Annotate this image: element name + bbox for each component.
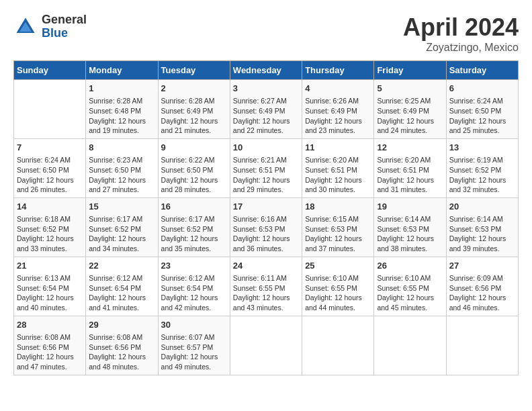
day-number: 10 xyxy=(233,142,299,154)
calendar-cell: 29Sunrise: 6:08 AM Sunset: 6:56 PM Dayli… xyxy=(86,316,158,375)
calendar-cell: 4Sunrise: 6:26 AM Sunset: 6:49 PM Daylig… xyxy=(302,80,374,139)
day-info: Sunrise: 6:19 AM Sunset: 6:52 PM Dayligh… xyxy=(449,155,515,195)
calendar-week-4: 21Sunrise: 6:13 AM Sunset: 6:54 PM Dayli… xyxy=(14,257,519,316)
calendar-cell: 1Sunrise: 6:28 AM Sunset: 6:48 PM Daylig… xyxy=(86,80,158,139)
day-info: Sunrise: 6:10 AM Sunset: 6:55 PM Dayligh… xyxy=(305,273,371,313)
logo: General Blue xyxy=(13,13,87,40)
day-number: 3 xyxy=(233,83,299,95)
day-info: Sunrise: 6:10 AM Sunset: 6:55 PM Dayligh… xyxy=(377,273,443,313)
calendar-cell xyxy=(230,316,302,375)
header-friday: Friday xyxy=(374,61,446,80)
calendar-cell: 18Sunrise: 6:15 AM Sunset: 6:53 PM Dayli… xyxy=(302,197,374,257)
day-number: 12 xyxy=(377,142,443,154)
location-subtitle: Zoyatzingo, Mexico xyxy=(403,42,519,54)
day-info: Sunrise: 6:15 AM Sunset: 6:53 PM Dayligh… xyxy=(305,214,371,254)
day-number: 4 xyxy=(305,83,371,95)
calendar-cell xyxy=(446,316,518,375)
day-number: 26 xyxy=(377,260,443,272)
day-info: Sunrise: 6:08 AM Sunset: 6:56 PM Dayligh… xyxy=(89,332,154,372)
day-info: Sunrise: 6:20 AM Sunset: 6:51 PM Dayligh… xyxy=(377,155,443,195)
day-info: Sunrise: 6:28 AM Sunset: 6:48 PM Dayligh… xyxy=(89,96,154,136)
calendar-cell: 25Sunrise: 6:10 AM Sunset: 6:55 PM Dayli… xyxy=(302,257,374,316)
day-number: 24 xyxy=(233,260,299,272)
calendar-cell: 15Sunrise: 6:17 AM Sunset: 6:52 PM Dayli… xyxy=(86,197,158,257)
day-number: 22 xyxy=(89,260,154,272)
calendar-cell: 5Sunrise: 6:25 AM Sunset: 6:49 PM Daylig… xyxy=(374,80,446,139)
day-info: Sunrise: 6:16 AM Sunset: 6:53 PM Dayligh… xyxy=(233,214,299,254)
title-block: April 2024 Zoyatzingo, Mexico xyxy=(403,13,519,54)
day-info: Sunrise: 6:07 AM Sunset: 6:57 PM Dayligh… xyxy=(161,332,227,372)
calendar-week-2: 7Sunrise: 6:24 AM Sunset: 6:50 PM Daylig… xyxy=(14,138,519,197)
day-number: 15 xyxy=(89,201,154,213)
header-thursday: Thursday xyxy=(302,61,374,80)
day-number: 20 xyxy=(449,201,515,213)
day-info: Sunrise: 6:27 AM Sunset: 6:49 PM Dayligh… xyxy=(233,96,299,136)
calendar-cell: 14Sunrise: 6:18 AM Sunset: 6:52 PM Dayli… xyxy=(14,197,86,257)
day-number: 13 xyxy=(449,142,515,154)
header-tuesday: Tuesday xyxy=(158,61,230,80)
calendar-cell: 11Sunrise: 6:20 AM Sunset: 6:51 PM Dayli… xyxy=(302,138,374,197)
calendar-cell: 26Sunrise: 6:10 AM Sunset: 6:55 PM Dayli… xyxy=(374,257,446,316)
day-number: 21 xyxy=(17,260,83,272)
day-info: Sunrise: 6:08 AM Sunset: 6:56 PM Dayligh… xyxy=(17,332,83,372)
calendar-cell: 12Sunrise: 6:20 AM Sunset: 6:51 PM Dayli… xyxy=(374,138,446,197)
day-info: Sunrise: 6:25 AM Sunset: 6:49 PM Dayligh… xyxy=(377,96,443,136)
calendar-cell: 6Sunrise: 6:24 AM Sunset: 6:50 PM Daylig… xyxy=(446,80,518,139)
day-info: Sunrise: 6:12 AM Sunset: 6:54 PM Dayligh… xyxy=(161,273,227,313)
calendar-cell: 23Sunrise: 6:12 AM Sunset: 6:54 PM Dayli… xyxy=(158,257,230,316)
day-number: 6 xyxy=(449,83,515,95)
day-number: 1 xyxy=(89,83,154,95)
calendar-header-row: SundayMondayTuesdayWednesdayThursdayFrid… xyxy=(14,61,519,80)
day-info: Sunrise: 6:28 AM Sunset: 6:49 PM Dayligh… xyxy=(161,96,227,136)
calendar-cell: 16Sunrise: 6:17 AM Sunset: 6:52 PM Dayli… xyxy=(158,197,230,257)
day-number: 23 xyxy=(161,260,227,272)
day-info: Sunrise: 6:12 AM Sunset: 6:54 PM Dayligh… xyxy=(89,273,154,313)
day-number: 25 xyxy=(305,260,371,272)
calendar-cell xyxy=(374,316,446,375)
calendar-cell: 13Sunrise: 6:19 AM Sunset: 6:52 PM Dayli… xyxy=(446,138,518,197)
day-info: Sunrise: 6:21 AM Sunset: 6:51 PM Dayligh… xyxy=(233,155,299,195)
day-number: 19 xyxy=(377,201,443,213)
day-number: 28 xyxy=(17,319,83,331)
day-info: Sunrise: 6:26 AM Sunset: 6:49 PM Dayligh… xyxy=(305,96,371,136)
day-info: Sunrise: 6:22 AM Sunset: 6:50 PM Dayligh… xyxy=(161,155,227,195)
logo-general-text: General xyxy=(42,13,87,27)
day-number: 9 xyxy=(161,142,227,154)
calendar-week-3: 14Sunrise: 6:18 AM Sunset: 6:52 PM Dayli… xyxy=(14,197,519,257)
day-number: 11 xyxy=(305,142,371,154)
logo-icon xyxy=(13,15,38,39)
day-number: 8 xyxy=(89,142,154,154)
header-wednesday: Wednesday xyxy=(230,61,302,80)
header-monday: Monday xyxy=(86,61,158,80)
day-number: 5 xyxy=(377,83,443,95)
calendar-cell: 17Sunrise: 6:16 AM Sunset: 6:53 PM Dayli… xyxy=(230,197,302,257)
calendar-cell xyxy=(14,80,86,139)
day-number: 2 xyxy=(161,83,227,95)
day-number: 29 xyxy=(89,319,154,331)
day-info: Sunrise: 6:17 AM Sunset: 6:52 PM Dayligh… xyxy=(161,214,227,254)
day-info: Sunrise: 6:23 AM Sunset: 6:50 PM Dayligh… xyxy=(89,155,154,195)
day-number: 27 xyxy=(449,260,515,272)
day-info: Sunrise: 6:14 AM Sunset: 6:53 PM Dayligh… xyxy=(377,214,443,254)
calendar-cell: 7Sunrise: 6:24 AM Sunset: 6:50 PM Daylig… xyxy=(14,138,86,197)
day-info: Sunrise: 6:09 AM Sunset: 6:56 PM Dayligh… xyxy=(449,273,515,313)
calendar-cell: 9Sunrise: 6:22 AM Sunset: 6:50 PM Daylig… xyxy=(158,138,230,197)
calendar-cell: 3Sunrise: 6:27 AM Sunset: 6:49 PM Daylig… xyxy=(230,80,302,139)
calendar-cell: 27Sunrise: 6:09 AM Sunset: 6:56 PM Dayli… xyxy=(446,257,518,316)
header-saturday: Saturday xyxy=(446,61,518,80)
calendar-cell: 22Sunrise: 6:12 AM Sunset: 6:54 PM Dayli… xyxy=(86,257,158,316)
day-info: Sunrise: 6:17 AM Sunset: 6:52 PM Dayligh… xyxy=(89,214,154,254)
calendar-cell: 10Sunrise: 6:21 AM Sunset: 6:51 PM Dayli… xyxy=(230,138,302,197)
day-info: Sunrise: 6:24 AM Sunset: 6:50 PM Dayligh… xyxy=(449,96,515,136)
day-number: 16 xyxy=(161,201,227,213)
day-info: Sunrise: 6:18 AM Sunset: 6:52 PM Dayligh… xyxy=(17,214,83,254)
logo-blue-text: Blue xyxy=(42,27,87,40)
calendar-cell: 28Sunrise: 6:08 AM Sunset: 6:56 PM Dayli… xyxy=(14,316,86,375)
day-number: 14 xyxy=(17,201,83,213)
day-number: 30 xyxy=(161,319,227,331)
calendar-week-5: 28Sunrise: 6:08 AM Sunset: 6:56 PM Dayli… xyxy=(14,316,519,375)
day-info: Sunrise: 6:14 AM Sunset: 6:53 PM Dayligh… xyxy=(449,214,515,254)
day-info: Sunrise: 6:11 AM Sunset: 6:55 PM Dayligh… xyxy=(233,273,299,313)
header-sunday: Sunday xyxy=(14,61,86,80)
logo-text: General Blue xyxy=(42,13,87,40)
